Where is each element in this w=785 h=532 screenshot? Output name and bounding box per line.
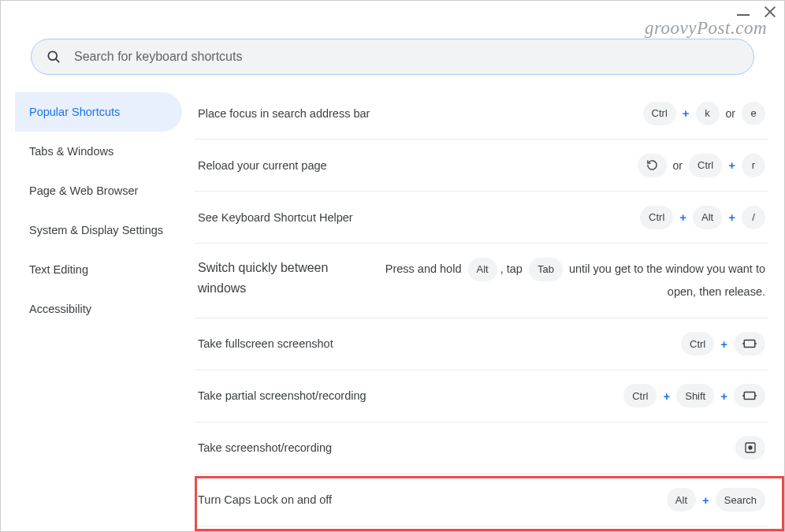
shortcut-row: Place focus in search address barCtrl+ko… [195,87,768,140]
plus-separator: + [720,337,727,351]
key-chip: Shift [676,384,714,407]
shortcut-label: Turn Caps Lock on and off [198,493,332,506]
reload-icon [638,154,667,177]
key-chip: Ctrl [623,384,657,407]
shortcut-label: Reload your current page [198,159,327,172]
window-icon [734,384,765,407]
plus-separator: + [728,158,735,172]
sidebar-item-label: Tabs & Windows [29,145,113,158]
sidebar-item-popular-shortcuts[interactable]: Popular Shortcuts [15,92,182,132]
sidebar: Popular ShortcutsTabs & WindowsPage & We… [1,87,190,530]
shortcut-label: Place focus in search address bar [198,107,370,120]
svg-rect-2 [744,340,755,348]
window-icon [734,332,765,355]
capture-icon [735,436,765,459]
shortcut-keys: Alt+Search [667,488,765,512]
key-chip: Ctrl [643,102,676,125]
watermark: groovyPost.com [645,18,767,39]
key-chip: k [696,102,720,125]
sidebar-item-accessibility[interactable]: Accessibility [15,289,182,329]
shortcut-list: Place focus in search address barCtrl+ko… [190,87,784,530]
plus-separator: + [683,106,690,120]
search-bar[interactable] [31,39,754,75]
key-chip: Ctrl [640,206,673,229]
key-chip: e [742,102,765,125]
key-chip: Ctrl [689,154,722,177]
plus-separator: + [679,210,686,224]
sidebar-item-label: Page & Web Browser [29,184,138,197]
shortcut-row: Take screenshot/recording [195,422,768,474]
shortcut-row: Take fullscreen screenshotCtrl+ [195,318,768,370]
key-chip: r [742,154,765,177]
key-chip: Tab [529,258,563,281]
plus-separator: + [702,493,709,507]
plus-separator: + [720,389,727,403]
key-chip: Search [716,488,765,512]
plus-separator: + [663,389,670,403]
sidebar-item-label: Accessibility [29,303,91,315]
plus-separator: + [728,210,735,224]
sidebar-item-label: Popular Shortcuts [29,106,120,118]
close-icon[interactable] [764,6,776,18]
shortcut-row: Switch quickly between windowsPress and … [195,244,768,318]
key-chip: Alt [667,488,696,512]
shortcut-keys: orCtrl+r [638,154,765,177]
svg-point-9 [749,446,752,449]
shortcut-keys: Ctrl+kore [643,102,765,125]
key-chip: Alt [468,258,497,281]
shortcut-row: See Keyboard Shortcut HelperCtrl+Alt+/ [195,192,768,244]
shortcut-keys: Ctrl+Alt+/ [640,206,765,229]
search-icon [46,49,61,65]
shortcut-label: Take fullscreen screenshot [198,337,333,350]
minimize-icon[interactable] [737,6,750,18]
sidebar-item-tabs-windows[interactable]: Tabs & Windows [15,132,182,171]
shortcut-label: Switch quickly between windows [198,258,340,298]
window-controls [737,6,776,18]
shortcut-instruction: Press and hold Alt, tap Tab until you ge… [340,258,765,303]
svg-rect-5 [744,392,755,400]
key-chip: Ctrl [681,332,714,355]
sidebar-item-text-editing[interactable]: Text Editing [15,250,182,289]
shortcut-keys: Ctrl+ [681,332,765,355]
shortcut-row: Take partial screenshot/recordingCtrl+Sh… [195,370,768,422]
key-chip: / [742,206,765,229]
shortcut-label: Take screenshot/recording [198,441,332,454]
shortcut-keys [735,436,765,459]
shortcut-keys: Ctrl+Shift+ [623,384,765,407]
separator-text: or [726,107,735,120]
sidebar-item-page-web-browser[interactable]: Page & Web Browser [15,171,182,210]
separator-text: or [673,159,683,172]
sidebar-item-system-display-settings[interactable]: System & Display Settings [15,210,182,250]
svg-line-1 [56,59,59,62]
sidebar-item-label: System & Display Settings [29,224,163,236]
shortcut-row: Turn Caps Lock on and offAlt+Search [195,474,768,526]
key-chip: Alt [693,206,722,229]
shortcut-label: Take partial screenshot/recording [198,389,366,402]
sidebar-item-label: Text Editing [29,263,88,276]
search-input[interactable] [74,50,739,64]
shortcut-row: Reload your current pageorCtrl+r [195,140,768,192]
shortcut-label: See Keyboard Shortcut Helper [198,211,353,224]
